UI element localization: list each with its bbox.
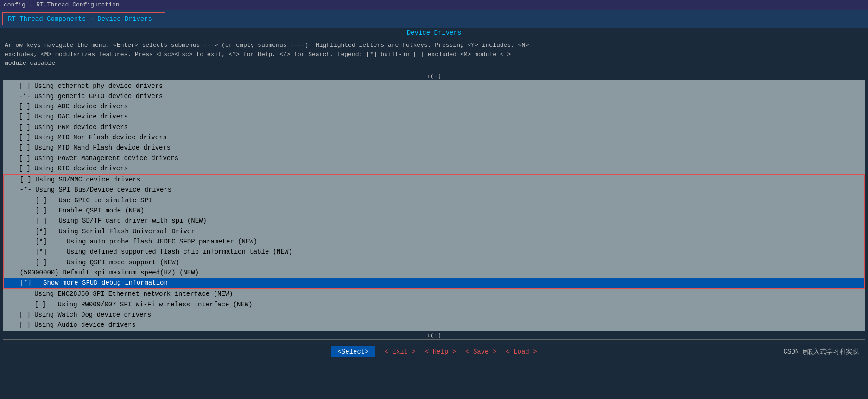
menu-item[interactable]: [*] Using auto probe flash JEDEC SFDP pa… bbox=[4, 237, 864, 247]
section-title: Device Drivers bbox=[0, 28, 868, 38]
watermark: CSDN @嵌入式学习和实践 bbox=[784, 348, 859, 356]
help-link[interactable]: < Help > bbox=[425, 348, 456, 355]
menu-item[interactable]: [ ] Using SD/MMC device drivers bbox=[4, 175, 864, 185]
menu-item[interactable]: [ ] Use GPIO to simulate SPI bbox=[4, 195, 864, 206]
menu-item[interactable]: [ ] Using DAC device drivers bbox=[3, 112, 865, 122]
menu-item[interactable]: [*] Using defined supported flash chip i… bbox=[4, 247, 864, 257]
menu-item[interactable]: [ ] Using QSPI mode support (NEW) bbox=[4, 257, 864, 268]
red-box-section: [ ] Using SD/MMC device drivers -*- Usin… bbox=[3, 174, 865, 289]
menu-item[interactable]: [ ] Using RTC device drivers bbox=[3, 163, 865, 174]
scroll-top: ↑(-) bbox=[3, 72, 865, 80]
breadcrumb-line: RT-Thread Components → Device Drivers — bbox=[0, 10, 868, 28]
menu-item[interactable]: [ ] Using MTD Nor Flash device drivers bbox=[3, 132, 865, 143]
menu-item[interactable]: [ ] Using MTD Nand Flash device drivers bbox=[3, 143, 865, 153]
menu-item[interactable]: -*- Using generic GPIO device drivers bbox=[3, 91, 865, 101]
title-bar: config - RT-Thread Configuration bbox=[0, 0, 868, 10]
items-area: [ ] Using ethernet phy device drivers -*… bbox=[3, 80, 865, 331]
menu-item[interactable]: [ ] Using RW009/007 SPI Wi-Fi wireless i… bbox=[3, 299, 865, 310]
menu-item[interactable]: (50000000) Default spi maximum speed(HZ)… bbox=[4, 268, 864, 278]
menu-item[interactable]: [ ] Using ethernet phy device drivers bbox=[3, 81, 865, 91]
save-link[interactable]: < Save > bbox=[465, 348, 496, 355]
title-text: config - RT-Thread Configuration bbox=[4, 1, 120, 8]
breadcrumb: RT-Thread Components → Device Drivers — bbox=[2, 12, 165, 25]
help-text: Arrow keys navigate the menu. <Enter> se… bbox=[0, 38, 868, 71]
menu-item[interactable]: [ ] Using ADC device drivers bbox=[3, 101, 865, 112]
menu-item[interactable]: [ ] Using PWM device drivers bbox=[3, 122, 865, 132]
load-link[interactable]: < Load > bbox=[506, 348, 537, 355]
bottom-bar: <Select> < Exit > < Help > < Save > < Lo… bbox=[0, 342, 868, 362]
menu-item-highlighted[interactable]: [*] Show more SFUD debug information bbox=[4, 278, 864, 288]
app-window: config - RT-Thread Configuration RT-Thre… bbox=[0, 0, 868, 399]
select-button[interactable]: <Select> bbox=[331, 346, 375, 357]
menu-item[interactable]: Using ENC28J60 SPI Ethernet network inte… bbox=[3, 289, 865, 299]
menu-item[interactable]: -*- Using SPI Bus/Device device drivers bbox=[4, 185, 864, 195]
menu-item[interactable]: [*] Using Serial Flash Universal Driver bbox=[4, 226, 864, 237]
menu-item[interactable]: [ ] Using Audio device drivers bbox=[3, 320, 865, 330]
menu-area: ↑(-) [ ] Using ethernet phy device drive… bbox=[3, 72, 865, 340]
menu-item[interactable]: [ ] Enable QSPI mode (NEW) bbox=[4, 206, 864, 216]
menu-item[interactable]: [ ] Using Power Management device driver… bbox=[3, 153, 865, 163]
exit-link[interactable]: < Exit > bbox=[385, 348, 416, 355]
scroll-bottom: ↓(+) bbox=[3, 331, 865, 339]
menu-item[interactable]: [ ] Using Watch Dog device drivers bbox=[3, 310, 865, 320]
menu-item[interactable]: [ ] Using SD/TF card driver with spi (NE… bbox=[4, 216, 864, 226]
